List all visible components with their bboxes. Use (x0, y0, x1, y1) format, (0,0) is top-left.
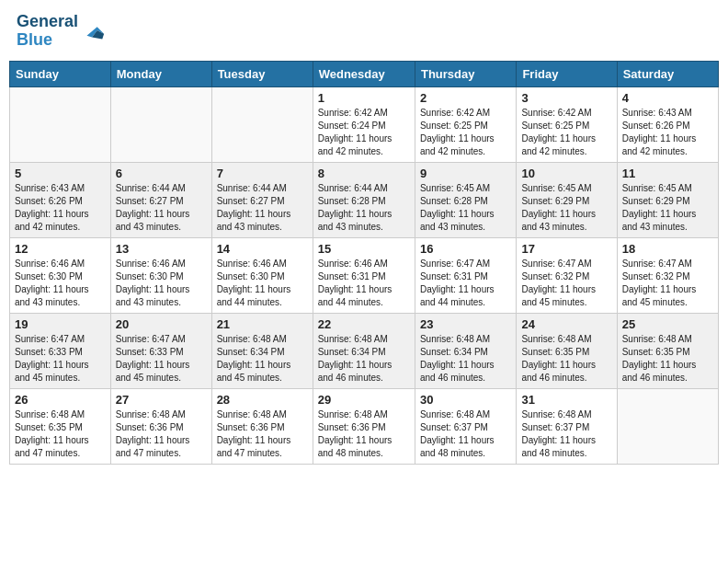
calendar-cell: 9Sunrise: 6:45 AM Sunset: 6:28 PM Daylig… (415, 162, 516, 237)
day-info: Sunrise: 6:48 AM Sunset: 6:34 PM Dayligh… (420, 333, 511, 385)
day-number: 5 (15, 167, 106, 180)
day-info: Sunrise: 6:48 AM Sunset: 6:35 PM Dayligh… (622, 333, 713, 385)
day-info: Sunrise: 6:46 AM Sunset: 6:30 PM Dayligh… (116, 258, 207, 309)
calendar-cell (110, 86, 211, 162)
day-info: Sunrise: 6:48 AM Sunset: 6:36 PM Dayligh… (318, 408, 410, 460)
day-info: Sunrise: 6:46 AM Sunset: 6:31 PM Dayligh… (318, 258, 410, 309)
calendar-cell: 28Sunrise: 6:48 AM Sunset: 6:36 PM Dayli… (211, 388, 313, 464)
calendar-cell: 3Sunrise: 6:42 AM Sunset: 6:25 PM Daylig… (517, 86, 617, 162)
logo-text: GeneralBlue (17, 13, 78, 50)
day-info: Sunrise: 6:48 AM Sunset: 6:35 PM Dayligh… (15, 408, 106, 460)
day-number: 11 (622, 167, 713, 180)
day-number: 28 (217, 393, 308, 407)
day-number: 24 (521, 317, 611, 331)
calendar-week-2: 5Sunrise: 6:43 AM Sunset: 6:26 PM Daylig… (10, 162, 719, 237)
day-info: Sunrise: 6:46 AM Sunset: 6:30 PM Dayligh… (217, 258, 308, 309)
day-info: Sunrise: 6:47 AM Sunset: 6:32 PM Dayligh… (521, 258, 611, 309)
calendar-cell: 21Sunrise: 6:48 AM Sunset: 6:34 PM Dayli… (211, 313, 313, 388)
day-info: Sunrise: 6:46 AM Sunset: 6:30 PM Dayligh… (15, 258, 106, 309)
day-info: Sunrise: 6:48 AM Sunset: 6:34 PM Dayligh… (217, 333, 308, 385)
weekday-header-thursday: Thursday (415, 61, 516, 86)
day-number: 3 (521, 91, 611, 105)
day-number: 25 (622, 317, 713, 331)
calendar-table: SundayMondayTuesdayWednesdayThursdayFrid… (9, 61, 719, 465)
calendar-cell: 8Sunrise: 6:44 AM Sunset: 6:28 PM Daylig… (313, 162, 415, 237)
logo-icon (80, 18, 106, 44)
day-info: Sunrise: 6:48 AM Sunset: 6:35 PM Dayligh… (521, 333, 611, 385)
weekday-header-sunday: Sunday (10, 61, 111, 86)
day-number: 27 (116, 393, 207, 407)
day-info: Sunrise: 6:45 AM Sunset: 6:28 PM Dayligh… (420, 182, 511, 234)
day-info: Sunrise: 6:48 AM Sunset: 6:34 PM Dayligh… (318, 333, 410, 385)
calendar-cell: 29Sunrise: 6:48 AM Sunset: 6:36 PM Dayli… (313, 388, 415, 464)
day-info: Sunrise: 6:48 AM Sunset: 6:36 PM Dayligh… (217, 408, 308, 460)
calendar-week-3: 12Sunrise: 6:46 AM Sunset: 6:30 PM Dayli… (10, 237, 719, 313)
calendar-cell: 27Sunrise: 6:48 AM Sunset: 6:36 PM Dayli… (110, 388, 211, 464)
weekday-header-monday: Monday (110, 61, 211, 86)
day-number: 12 (15, 242, 106, 256)
calendar-cell (211, 86, 313, 162)
weekday-header-saturday: Saturday (617, 61, 718, 86)
day-number: 30 (420, 393, 511, 407)
day-number: 14 (217, 242, 308, 256)
day-number: 23 (420, 317, 511, 331)
calendar-cell: 10Sunrise: 6:45 AM Sunset: 6:29 PM Dayli… (517, 162, 617, 237)
calendar-cell: 31Sunrise: 6:48 AM Sunset: 6:37 PM Dayli… (517, 388, 617, 464)
calendar-cell: 20Sunrise: 6:47 AM Sunset: 6:33 PM Dayli… (110, 313, 211, 388)
day-number: 22 (318, 317, 410, 331)
day-info: Sunrise: 6:44 AM Sunset: 6:27 PM Dayligh… (116, 182, 207, 234)
day-info: Sunrise: 6:42 AM Sunset: 6:25 PM Dayligh… (420, 107, 511, 158)
day-number: 8 (318, 167, 410, 180)
day-info: Sunrise: 6:47 AM Sunset: 6:33 PM Dayligh… (116, 333, 207, 385)
day-info: Sunrise: 6:45 AM Sunset: 6:29 PM Dayligh… (521, 182, 611, 234)
calendar-cell: 15Sunrise: 6:46 AM Sunset: 6:31 PM Dayli… (313, 237, 415, 313)
day-info: Sunrise: 6:48 AM Sunset: 6:37 PM Dayligh… (521, 408, 611, 460)
calendar-week-4: 19Sunrise: 6:47 AM Sunset: 6:33 PM Dayli… (10, 313, 719, 388)
day-number: 7 (217, 167, 308, 180)
day-number: 1 (318, 91, 410, 105)
day-info: Sunrise: 6:47 AM Sunset: 6:32 PM Dayligh… (622, 258, 713, 309)
day-number: 15 (318, 242, 410, 256)
day-number: 18 (622, 242, 713, 256)
calendar-cell: 30Sunrise: 6:48 AM Sunset: 6:37 PM Dayli… (415, 388, 516, 464)
day-info: Sunrise: 6:42 AM Sunset: 6:25 PM Dayligh… (521, 107, 611, 158)
day-info: Sunrise: 6:48 AM Sunset: 6:37 PM Dayligh… (420, 408, 511, 460)
day-info: Sunrise: 6:43 AM Sunset: 6:26 PM Dayligh… (15, 182, 106, 234)
calendar-week-1: 1Sunrise: 6:42 AM Sunset: 6:24 PM Daylig… (10, 86, 719, 162)
weekday-header-row: SundayMondayTuesdayWednesdayThursdayFrid… (10, 61, 719, 86)
calendar-cell (617, 388, 718, 464)
calendar-cell: 7Sunrise: 6:44 AM Sunset: 6:27 PM Daylig… (211, 162, 313, 237)
weekday-header-friday: Friday (517, 61, 617, 86)
page-header: GeneralBlue (9, 9, 719, 53)
calendar-cell: 12Sunrise: 6:46 AM Sunset: 6:30 PM Dayli… (10, 237, 111, 313)
calendar-cell: 16Sunrise: 6:47 AM Sunset: 6:31 PM Dayli… (415, 237, 516, 313)
day-info: Sunrise: 6:43 AM Sunset: 6:26 PM Dayligh… (622, 107, 713, 158)
calendar-cell: 14Sunrise: 6:46 AM Sunset: 6:30 PM Dayli… (211, 237, 313, 313)
calendar-cell: 19Sunrise: 6:47 AM Sunset: 6:33 PM Dayli… (10, 313, 111, 388)
day-number: 20 (116, 317, 207, 331)
day-number: 10 (521, 167, 611, 180)
day-info: Sunrise: 6:45 AM Sunset: 6:29 PM Dayligh… (622, 182, 713, 234)
day-info: Sunrise: 6:42 AM Sunset: 6:24 PM Dayligh… (318, 107, 410, 158)
day-number: 16 (420, 242, 511, 256)
calendar-cell: 11Sunrise: 6:45 AM Sunset: 6:29 PM Dayli… (617, 162, 718, 237)
day-number: 9 (420, 167, 511, 180)
calendar-cell: 22Sunrise: 6:48 AM Sunset: 6:34 PM Dayli… (313, 313, 415, 388)
weekday-header-wednesday: Wednesday (313, 61, 415, 86)
calendar-cell: 26Sunrise: 6:48 AM Sunset: 6:35 PM Dayli… (10, 388, 111, 464)
day-number: 17 (521, 242, 611, 256)
calendar-cell: 17Sunrise: 6:47 AM Sunset: 6:32 PM Dayli… (517, 237, 617, 313)
logo: GeneralBlue (17, 13, 106, 50)
day-number: 13 (116, 242, 207, 256)
calendar-cell: 2Sunrise: 6:42 AM Sunset: 6:25 PM Daylig… (415, 86, 516, 162)
calendar-cell: 24Sunrise: 6:48 AM Sunset: 6:35 PM Dayli… (517, 313, 617, 388)
day-info: Sunrise: 6:48 AM Sunset: 6:36 PM Dayligh… (116, 408, 207, 460)
calendar-cell: 18Sunrise: 6:47 AM Sunset: 6:32 PM Dayli… (617, 237, 718, 313)
calendar-cell: 5Sunrise: 6:43 AM Sunset: 6:26 PM Daylig… (10, 162, 111, 237)
day-number: 6 (116, 167, 207, 180)
day-number: 4 (622, 91, 713, 105)
calendar-cell: 1Sunrise: 6:42 AM Sunset: 6:24 PM Daylig… (313, 86, 415, 162)
calendar-cell: 6Sunrise: 6:44 AM Sunset: 6:27 PM Daylig… (110, 162, 211, 237)
calendar-cell (10, 86, 111, 162)
day-info: Sunrise: 6:47 AM Sunset: 6:33 PM Dayligh… (15, 333, 106, 385)
